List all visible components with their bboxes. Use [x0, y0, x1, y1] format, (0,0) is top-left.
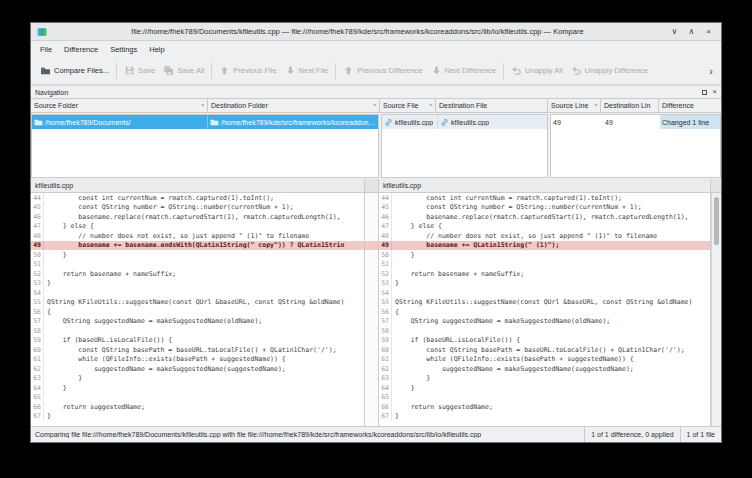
- toolbar-previous-file-button[interactable]: Previous File: [215, 61, 280, 80]
- line-number: 56: [379, 307, 392, 317]
- toolbar-separator: [116, 63, 117, 79]
- line-number: 54: [379, 288, 392, 298]
- link-icon: [440, 118, 449, 127]
- line-number: 45: [31, 203, 44, 213]
- arrow-up-icon: [343, 65, 354, 76]
- source-file-cell: kfileutils.cpp: [382, 115, 437, 129]
- source-code-line-49-changed[interactable]: 49 basename += basename.endsWith(QLatin1…: [31, 241, 364, 251]
- diff-connector: [365, 193, 379, 426]
- line-number: 59: [379, 336, 392, 346]
- column-label: Destination Folder: [211, 102, 268, 109]
- navigation-dock-header[interactable]: Navigation ×: [31, 85, 721, 98]
- toolbar-unapply-difference-button[interactable]: Unapply Difference: [567, 61, 653, 80]
- destination-code-line-56: 56{: [379, 307, 710, 317]
- column-header-difference[interactable]: Difference: [659, 99, 721, 112]
- destination-line-cell: 49: [603, 115, 660, 129]
- line-number: 63: [379, 374, 392, 384]
- line-number: 67: [31, 412, 44, 422]
- destination-code-line-57: 57 QString suggestedName = makeSuggested…: [379, 317, 710, 327]
- destination-folder-cell: /home/fhek789/kde/src/frameworks/kcoread…: [207, 115, 378, 129]
- column-header-destination-folder[interactable]: Destination Folder^: [208, 99, 380, 112]
- float-dock-icon[interactable]: [702, 90, 707, 95]
- titlebar[interactable]: file:///home/fhek789/Documents/kfileutil…: [31, 23, 721, 41]
- file-row[interactable]: kfileutils.cpp kfileutils.cpp: [382, 115, 547, 129]
- line-number: 51: [31, 260, 44, 270]
- source-code-line-58: 58: [31, 326, 364, 336]
- files-list: kfileutils.cpp kfileutils.cpp: [381, 114, 548, 178]
- code-text: const int currentNum = rmatch.captured(1…: [44, 194, 274, 202]
- scrollbar-thumb[interactable]: [714, 197, 719, 245]
- column-header-destination-lin[interactable]: Destination Lin: [601, 99, 659, 112]
- toolbar-save-button[interactable]: Save: [120, 61, 159, 80]
- line-number: 57: [31, 317, 44, 327]
- code-text: }: [392, 384, 415, 392]
- toolbar-button-label: Unapply Difference: [585, 66, 649, 75]
- destination-code-line-65: 65: [379, 393, 710, 403]
- destination-code-line-49-changed[interactable]: 49 basename += QLatin1String(" (1)");: [379, 241, 710, 251]
- menu-item-difference[interactable]: Difference: [59, 43, 103, 56]
- toolbar-button-label: Next File: [299, 66, 329, 75]
- code-text: } else {: [44, 222, 94, 230]
- toolbar-button-label: Save All: [177, 66, 204, 75]
- status-differences: 1 of 1 difference, 0 applied: [584, 427, 679, 442]
- code-text: if (baseURL.isLocalFile()) {: [392, 336, 520, 344]
- code-text: }: [392, 279, 399, 287]
- column-label: Source Folder: [34, 102, 78, 109]
- code-text: QString suggestedName = makeSuggestedNam…: [44, 317, 262, 325]
- column-header-source-file[interactable]: Source File^: [380, 99, 436, 112]
- column-header-source-line[interactable]: Source Line^: [548, 99, 601, 112]
- line-number: 58: [31, 326, 44, 336]
- line-number: 53: [379, 279, 392, 289]
- code-text: const QString basePath = baseURL.toLocal…: [392, 346, 685, 354]
- line-number: 46: [31, 212, 44, 222]
- save-all-icon: [163, 65, 174, 76]
- column-header-source-folder[interactable]: Source Folder^: [31, 99, 208, 112]
- kompare-app-icon: [37, 27, 47, 37]
- code-text: if (baseURL.isLocalFile()) {: [44, 336, 172, 344]
- source-code-line-48: 48 // number does not exist, so just app…: [31, 231, 364, 241]
- code-text: }: [44, 384, 67, 392]
- destination-file-name: kfileutils.cpp: [451, 119, 489, 126]
- difference-row[interactable]: 49 49 Changed 1 line: [551, 115, 720, 129]
- code-text: QString suggestedName = makeSuggestedNam…: [392, 317, 610, 325]
- column-header-destination-file[interactable]: Destination File: [436, 99, 548, 112]
- toolbar-next-file-button[interactable]: Next File: [281, 61, 333, 80]
- code-text: // number does not exist, so just append…: [44, 232, 309, 240]
- destination-code-line-53: 53}: [379, 279, 710, 289]
- destination-code-line-44: 44 const int currentNum = rmatch.capture…: [379, 193, 710, 203]
- line-number: 61: [379, 355, 392, 365]
- differences-list: 49 49 Changed 1 line: [550, 114, 721, 178]
- menu-item-settings[interactable]: Settings: [105, 43, 142, 56]
- code-text: return basename + nameSuffix;: [44, 270, 176, 278]
- toolbar-unapply-all-button[interactable]: Unapply All: [507, 61, 567, 80]
- code-text: const QString number = QString::number(c…: [44, 203, 294, 211]
- line-number: 53: [31, 279, 44, 289]
- toolbar-compare-files-button[interactable]: Compare Files...: [36, 61, 113, 80]
- menu-item-file[interactable]: File: [35, 43, 57, 56]
- folders-list: /home/fhek789/Documents/ /home/fhek789/k…: [31, 114, 379, 178]
- destination-file-cell: kfileutils.cpp: [437, 115, 547, 129]
- destination-code-line-48: 48 // number does not exist, so just app…: [379, 231, 710, 241]
- menu-item-help[interactable]: Help: [144, 43, 169, 56]
- line-number: 52: [379, 269, 392, 279]
- minimize-icon[interactable]: ∨: [668, 27, 681, 36]
- source-code-line-57: 57 QString suggestedName = makeSuggested…: [31, 317, 364, 327]
- source-folder-cell: /home/fhek789/Documents/: [32, 115, 207, 129]
- close-icon[interactable]: ×: [702, 27, 715, 36]
- toolbar-overflow-icon[interactable]: ›: [706, 65, 716, 77]
- vertical-scrollbar[interactable]: [711, 193, 721, 426]
- toolbar-button-label: Save: [138, 66, 155, 75]
- navigation-lists: /home/fhek789/Documents/ /home/fhek789/k…: [31, 113, 721, 179]
- destination-code-line-54: 54: [379, 288, 710, 298]
- code-text: basename.replace(rmatch.capturedStart(1)…: [44, 213, 341, 221]
- folder-row[interactable]: /home/fhek789/Documents/ /home/fhek789/k…: [32, 115, 378, 129]
- toolbar-save-all-button[interactable]: Save All: [159, 61, 208, 80]
- line-number: 66: [379, 402, 392, 412]
- maximize-icon[interactable]: ∧: [685, 27, 698, 36]
- close-dock-icon[interactable]: ×: [712, 88, 717, 96]
- source-pane-filename: kfileutils.cpp: [35, 182, 73, 189]
- toolbar-next-difference-button[interactable]: Next Difference: [427, 61, 501, 80]
- destination-code-line-66: 66 return suggestedName;: [379, 402, 710, 412]
- arrow-down-icon: [285, 65, 296, 76]
- toolbar-previous-difference-button[interactable]: Previous Difference: [339, 61, 426, 80]
